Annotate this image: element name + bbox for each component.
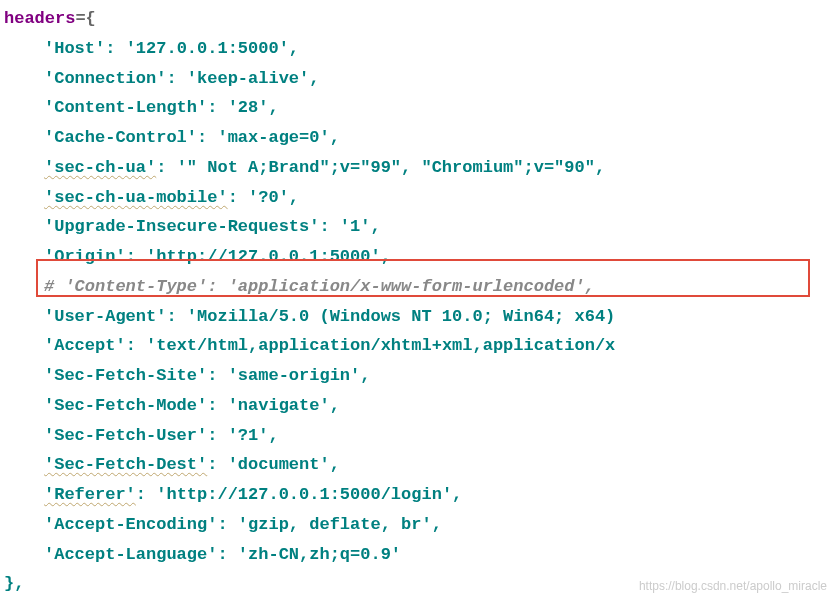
code-line: 'Upgrade-Insecure-Requests': '1',	[2, 212, 835, 242]
dict-key: 'Referer'	[44, 485, 136, 504]
dict-key: 'Host'	[44, 39, 105, 58]
dict-value: 'keep-alive'	[187, 69, 309, 88]
trailing-comma: ,	[381, 247, 391, 266]
dict-value: '?0'	[248, 188, 289, 207]
watermark-text: https://blog.csdn.net/apollo_miracle	[639, 576, 827, 597]
colon-sep: :	[207, 98, 227, 117]
colon-sep: :	[105, 39, 125, 58]
colon-sep: :	[319, 217, 339, 236]
trailing-comma: ,	[268, 426, 278, 445]
trailing-comma: ,	[452, 485, 462, 504]
code-line: 'User-Agent': 'Mozilla/5.0 (Windows NT 1…	[2, 302, 835, 332]
colon-sep: :	[228, 188, 248, 207]
dict-value: 'http://127.0.0.1:5000/login'	[156, 485, 452, 504]
dict-key: 'User-Agent'	[44, 307, 166, 326]
code-line: 'Sec-Fetch-Dest': 'document',	[2, 450, 835, 480]
dict-key: 'Connection'	[44, 69, 166, 88]
code-line: 'sec-ch-ua': '" Not A;Brand";v="99", "Ch…	[2, 153, 835, 183]
code-line: 'Sec-Fetch-User': '?1',	[2, 421, 835, 451]
code-line: 'Sec-Fetch-Site': 'same-origin',	[2, 361, 835, 391]
dict-key: 'Sec-Fetch-Dest'	[44, 455, 207, 474]
comment-text: # 'Content-Type': 'application/x-www-for…	[44, 277, 595, 296]
code-line: 'Connection': 'keep-alive',	[2, 64, 835, 94]
dict-key: 'Cache-Control'	[44, 128, 197, 147]
code-line: 'Content-Length': '28',	[2, 93, 835, 123]
colon-sep: :	[217, 515, 237, 534]
brace-close: },	[4, 574, 24, 593]
colon-sep: :	[207, 426, 227, 445]
colon-sep: :	[207, 366, 227, 385]
dict-value: 'same-origin'	[228, 366, 361, 385]
code-line: # 'Content-Type': 'application/x-www-for…	[2, 272, 835, 302]
dict-value: '28'	[228, 98, 269, 117]
colon-sep: :	[207, 455, 227, 474]
operator-equals-brace: ={	[75, 9, 95, 28]
trailing-comma: ,	[268, 98, 278, 117]
code-block: headers={ 'Host': '127.0.0.1:5000','Conn…	[0, 0, 835, 599]
trailing-comma: ,	[370, 217, 380, 236]
code-line: 'Accept-Language': 'zh-CN,zh;q=0.9'	[2, 540, 835, 570]
colon-sep: :	[166, 69, 186, 88]
dict-value: 'Mozilla/5.0 (Windows NT 10.0; Win64; x6…	[187, 307, 615, 326]
dict-key: 'Sec-Fetch-User'	[44, 426, 207, 445]
trailing-comma: ,	[330, 128, 340, 147]
dict-key: 'Origin'	[44, 247, 126, 266]
code-line: 'Cache-Control': 'max-age=0',	[2, 123, 835, 153]
colon-sep: :	[156, 158, 176, 177]
identifier-headers: headers	[4, 9, 75, 28]
dict-value: 'gzip, deflate, br'	[238, 515, 432, 534]
dict-key: 'Accept-Language'	[44, 545, 217, 564]
code-line: 'Host': '127.0.0.1:5000',	[2, 34, 835, 64]
trailing-comma: ,	[289, 188, 299, 207]
trailing-comma: ,	[330, 396, 340, 415]
colon-sep: :	[166, 307, 186, 326]
dict-value: 'http://127.0.0.1:5000'	[146, 247, 381, 266]
code-line-open: headers={	[2, 4, 835, 34]
trailing-comma: ,	[330, 455, 340, 474]
code-line: 'Accept': 'text/html,application/xhtml+x…	[2, 331, 835, 361]
dict-key: 'sec-ch-ua'	[44, 158, 156, 177]
colon-sep: :	[197, 128, 217, 147]
dict-value: '?1'	[228, 426, 269, 445]
dict-value: 'navigate'	[228, 396, 330, 415]
dict-key: 'Content-Length'	[44, 98, 207, 117]
dict-value: 'max-age=0'	[217, 128, 329, 147]
colon-sep: :	[207, 396, 227, 415]
code-line: 'Origin': 'http://127.0.0.1:5000',	[2, 242, 835, 272]
trailing-comma: ,	[432, 515, 442, 534]
dict-key: 'Sec-Fetch-Site'	[44, 366, 207, 385]
dict-key: 'Sec-Fetch-Mode'	[44, 396, 207, 415]
dict-value: 'zh-CN,zh;q=0.9'	[238, 545, 401, 564]
trailing-comma: ,	[289, 39, 299, 58]
code-line: 'Accept-Encoding': 'gzip, deflate, br',	[2, 510, 835, 540]
code-line: 'sec-ch-ua-mobile': '?0',	[2, 183, 835, 213]
dict-value: '" Not A;Brand";v="99", "Chromium";v="90…	[177, 158, 605, 177]
dict-value: '1'	[340, 217, 371, 236]
dict-value: 'document'	[228, 455, 330, 474]
trailing-comma: ,	[360, 366, 370, 385]
dict-value: '127.0.0.1:5000'	[126, 39, 289, 58]
colon-sep: :	[126, 247, 146, 266]
colon-sep: :	[136, 485, 156, 504]
dict-key: 'Accept-Encoding'	[44, 515, 217, 534]
colon-sep: :	[126, 336, 146, 355]
dict-key: 'Upgrade-Insecure-Requests'	[44, 217, 319, 236]
dict-key: 'Accept'	[44, 336, 126, 355]
trailing-comma: ,	[309, 69, 319, 88]
code-line: 'Referer': 'http://127.0.0.1:5000/login'…	[2, 480, 835, 510]
code-line: 'Sec-Fetch-Mode': 'navigate',	[2, 391, 835, 421]
dict-key: 'sec-ch-ua-mobile'	[44, 188, 228, 207]
colon-sep: :	[217, 545, 237, 564]
dict-value: 'text/html,application/xhtml+xml,applica…	[146, 336, 615, 355]
